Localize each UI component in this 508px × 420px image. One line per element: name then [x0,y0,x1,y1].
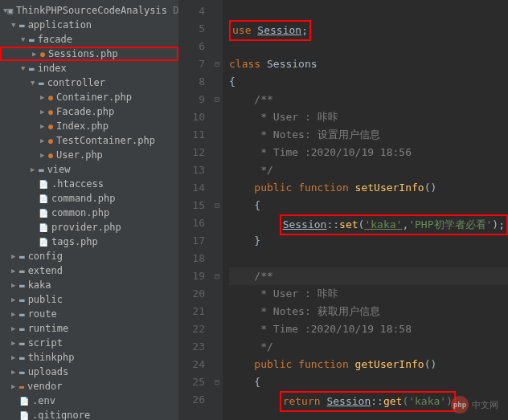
folder-runtime[interactable]: ▶▬runtime [0,321,178,336]
folder-thinkphp[interactable]: ▶▬thinkphp [0,350,178,365]
fold-gutter[interactable]: ⊟⊟⊟⊟⊟ [211,0,223,420]
project-path-label: D:\phpstudy_pro\WWW\T [173,5,179,16]
file-facade-php[interactable]: ▶●Facade.php [0,104,178,119]
highlight-session-get: return Session::get('kaka') [280,391,456,412]
folder-uploads[interactable]: ▶▬uploads [0,365,178,379]
folder-kaka[interactable]: ▶▬kaka [0,278,178,292]
folder-controller[interactable]: ▼▬controller [0,75,178,90]
folder-facade[interactable]: ▼▬facade [0,32,178,47]
code-editor[interactable]: 4567891011121314151617181920212223242526… [179,0,508,420]
project-name-label: ThinkPHPSourceCodeAnalysis [16,5,167,16]
folder-config[interactable]: ▶▬config [0,249,178,263]
folder-view[interactable]: ▶▬view [0,162,178,177]
project-root[interactable]: ▼▣ThinkPHPSourceCodeAnalysis D:\phpstudy… [0,3,178,18]
folder-route[interactable]: ▶▬route [0,307,178,321]
folder-vendor[interactable]: ▶▬vendor [0,379,178,393]
folder-index[interactable]: ▼▬index [0,61,178,75]
folder-application[interactable]: ▼▬application [0,18,178,32]
project-tree[interactable]: ▼▣ThinkPHPSourceCodeAnalysis D:\phpstudy… [0,0,179,420]
folder-public[interactable]: ▶▬public [0,292,178,307]
file-provider-php[interactable]: 📄provider.php [0,220,178,234]
code-content[interactable]: use Session; class Sessions { /** * User… [223,0,508,420]
file-gitignore[interactable]: 📄.gitignore [0,408,178,420]
folder-extend[interactable]: ▶▬extend [0,263,178,278]
file-env[interactable]: 📄.env [0,393,178,408]
file-container-php[interactable]: ▶●Container.php [0,90,178,104]
file-tags-php[interactable]: 📄tags.php [0,234,178,249]
file-htaccess[interactable]: 📄.htaccess [0,177,178,191]
file-index-php[interactable]: ▶●Index.php [0,119,178,133]
file-command-php[interactable]: 📄command.php [0,191,178,206]
file-testcontainer-php[interactable]: ▶●TestContainer.php [0,133,178,148]
file-sessions-php[interactable]: ▶●Sessions.php [0,47,178,61]
line-number-gutter: 4567891011121314151617181920212223242526 [179,0,211,420]
file-common-php[interactable]: 📄common.php [0,206,178,220]
folder-script[interactable]: ▶▬script [0,336,178,350]
file-user-php[interactable]: ▶●User.php [0,148,178,162]
watermark: php 中文网 [451,396,498,414]
php-logo-icon: php [451,396,469,414]
